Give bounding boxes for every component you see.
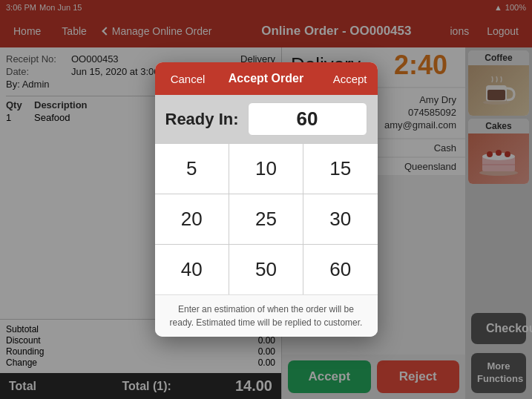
numpad-15[interactable]: 15: [303, 144, 377, 194]
ready-in-label: Ready In:: [165, 110, 239, 129]
modal-cancel-button[interactable]: Cancel: [155, 73, 221, 85]
numpad-60[interactable]: 60: [303, 245, 377, 294]
numpad-30[interactable]: 30: [303, 194, 377, 244]
modal-accept-button[interactable]: Accept: [312, 73, 378, 85]
numpad-50[interactable]: 50: [229, 245, 303, 294]
numpad-40[interactable]: 40: [155, 245, 229, 294]
modal-hint: Enter an estimation of when the order wi…: [155, 294, 378, 337]
ready-in-input[interactable]: 60: [248, 102, 367, 136]
modal-overlay: Cancel Accept Order Accept Ready In: 60 …: [0, 0, 532, 399]
numpad-5[interactable]: 5: [155, 144, 229, 194]
numpad-10[interactable]: 10: [229, 144, 303, 194]
ready-in-row: Ready In: 60: [155, 95, 378, 143]
modal-title: Accept Order: [221, 72, 312, 85]
numpad-grid: 5 10 15 20 25 30 40 50 60: [155, 143, 378, 294]
numpad-20[interactable]: 20: [155, 194, 229, 244]
accept-order-modal: Cancel Accept Order Accept Ready In: 60 …: [155, 62, 378, 337]
numpad-25[interactable]: 25: [229, 194, 303, 244]
modal-header: Cancel Accept Order Accept: [155, 62, 378, 95]
